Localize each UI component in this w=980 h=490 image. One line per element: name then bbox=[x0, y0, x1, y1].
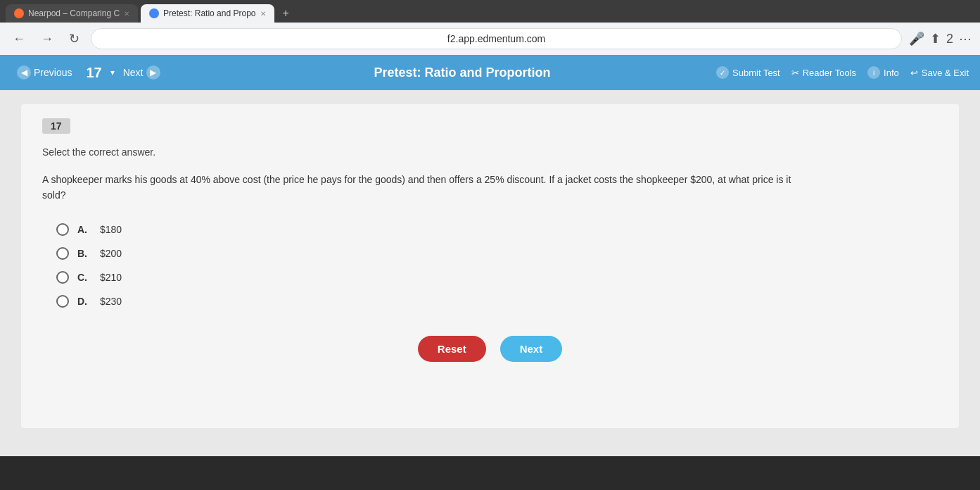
bottom-buttons: Reset Next bbox=[42, 336, 938, 362]
radio-a[interactable] bbox=[56, 223, 69, 236]
tab-favicon-edmentum bbox=[149, 8, 159, 18]
tab-close-nearpod[interactable]: ✕ bbox=[124, 10, 129, 18]
option-c[interactable]: C. $210 bbox=[56, 271, 938, 284]
option-a[interactable]: A. $180 bbox=[56, 223, 938, 236]
reset-button[interactable]: Reset bbox=[418, 336, 486, 362]
submit-label: Submit Test bbox=[732, 68, 780, 78]
next-button[interactable]: Next bbox=[500, 336, 563, 362]
question-number-badge: 17 bbox=[42, 118, 70, 134]
option-c-value: $210 bbox=[100, 272, 122, 283]
option-b-value: $200 bbox=[100, 248, 122, 259]
submit-test-button[interactable]: ✓ Submit Test bbox=[716, 66, 780, 79]
address-text: f2.app.edmentum.com bbox=[447, 33, 545, 44]
info-icon: i bbox=[867, 66, 880, 79]
forward-button[interactable]: → bbox=[37, 29, 58, 49]
back-button[interactable]: ← bbox=[8, 29, 30, 49]
tab-bar: Nearpod – Comparing C ✕ Pretest: Ratio a… bbox=[0, 0, 980, 23]
option-b[interactable]: B. $200 bbox=[56, 247, 938, 260]
option-d[interactable]: D. $230 bbox=[56, 295, 938, 308]
next-nav-button[interactable]: Next ▶ bbox=[117, 63, 166, 82]
option-d-letter: D. bbox=[77, 296, 91, 307]
main-content: 17 Select the correct answer. A shopkeep… bbox=[0, 90, 980, 456]
option-a-letter: A. bbox=[77, 224, 91, 235]
radio-c[interactable] bbox=[56, 271, 69, 284]
nav-bar: ← → ↻ f2.app.edmentum.com 🎤 ⬆ 2 ⋯ bbox=[0, 23, 980, 55]
previous-label: Previous bbox=[34, 67, 72, 78]
option-c-letter: C. bbox=[77, 272, 91, 283]
tab-favicon-nearpod bbox=[14, 8, 24, 18]
browser-chrome: Nearpod – Comparing C ✕ Pretest: Ratio a… bbox=[0, 0, 980, 55]
save-exit-button[interactable]: ↩ Save & Exit bbox=[910, 68, 969, 78]
reader-tools-label: Reader Tools bbox=[803, 68, 856, 78]
radio-d[interactable] bbox=[56, 295, 69, 308]
tab-nearpod[interactable]: Nearpod – Comparing C ✕ bbox=[6, 4, 138, 23]
reader-tools-icon: ✂ bbox=[791, 68, 799, 78]
tab-label-edmentum: Pretest: Ratio and Propo bbox=[163, 8, 255, 18]
extensions-icon[interactable]: 2 bbox=[946, 32, 953, 46]
address-bar[interactable]: f2.app.edmentum.com bbox=[91, 28, 902, 49]
microphone-icon[interactable]: 🎤 bbox=[909, 31, 924, 46]
tab-edmentum[interactable]: Pretest: Ratio and Propo ✕ bbox=[141, 4, 274, 23]
nav-actions: 🎤 ⬆ 2 ⋯ bbox=[909, 31, 972, 46]
question-number-display: 17 bbox=[86, 65, 101, 81]
question-instruction: Select the correct answer. bbox=[42, 146, 938, 158]
toolbar-left: ◀ Previous 17 ▾ Next ▶ bbox=[11, 63, 208, 82]
toolbar-title: Pretest: Ratio and Proportion bbox=[208, 65, 716, 80]
question-text: A shopkeeper marks his goods at 40% abov… bbox=[42, 172, 816, 203]
app-toolbar: ◀ Previous 17 ▾ Next ▶ Pretest: Ratio an… bbox=[0, 55, 980, 90]
toolbar-right: ✓ Submit Test ✂ Reader Tools i Info ↩ Sa… bbox=[716, 66, 969, 79]
next-nav-label: Next bbox=[123, 67, 144, 78]
more-options-icon[interactable]: ⋯ bbox=[959, 31, 972, 46]
radio-b[interactable] bbox=[56, 247, 69, 260]
share-icon[interactable]: ⬆ bbox=[930, 31, 941, 46]
save-exit-label: Save & Exit bbox=[922, 68, 969, 78]
next-arrow-icon: ▶ bbox=[146, 65, 160, 80]
question-dropdown-icon[interactable]: ▾ bbox=[110, 68, 115, 77]
previous-arrow-icon: ◀ bbox=[17, 65, 31, 80]
previous-button[interactable]: ◀ Previous bbox=[11, 63, 77, 82]
tab-add-button[interactable]: + bbox=[277, 4, 295, 23]
question-card: 17 Select the correct answer. A shopkeep… bbox=[21, 104, 959, 428]
tab-label-nearpod: Nearpod – Comparing C bbox=[28, 8, 120, 18]
reader-tools-button[interactable]: ✂ Reader Tools bbox=[791, 68, 856, 78]
info-label: Info bbox=[884, 68, 899, 78]
tab-close-edmentum[interactable]: ✕ bbox=[260, 10, 266, 18]
save-exit-icon: ↩ bbox=[910, 68, 918, 78]
option-d-value: $230 bbox=[100, 296, 122, 307]
refresh-button[interactable]: ↻ bbox=[65, 28, 84, 49]
answer-options: A. $180 B. $200 C. $210 D. $230 bbox=[56, 223, 938, 308]
option-a-value: $180 bbox=[100, 224, 122, 235]
option-b-letter: B. bbox=[77, 248, 91, 259]
submit-icon: ✓ bbox=[716, 66, 729, 79]
info-button[interactable]: i Info bbox=[867, 66, 899, 79]
